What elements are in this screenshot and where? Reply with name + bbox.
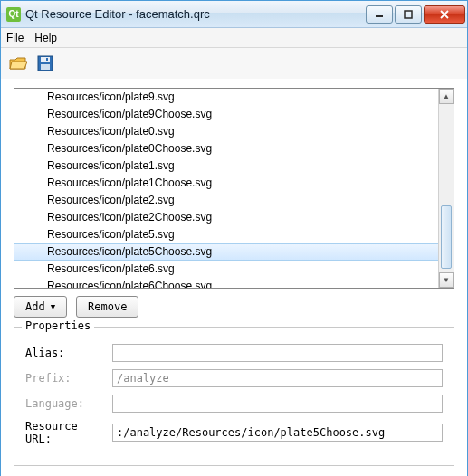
window-title: Qt Resource Editor - facematch.qrc bbox=[25, 7, 366, 21]
svg-rect-7 bbox=[46, 58, 48, 61]
list-item[interactable]: Resources/icon/plate6.svg bbox=[14, 261, 438, 278]
save-button[interactable] bbox=[33, 52, 57, 75]
add-button[interactable]: Add ▼ bbox=[14, 296, 67, 318]
close-button[interactable] bbox=[424, 5, 465, 24]
content-area: Resources/icon/plate9.svgResources/icon/… bbox=[1, 79, 467, 476]
list-item[interactable]: Resources/icon/plate2Choose.svg bbox=[14, 209, 438, 226]
app-icon: Qt bbox=[6, 7, 21, 22]
scroll-up-icon[interactable]: ▲ bbox=[439, 89, 454, 104]
scroll-down-icon[interactable]: ▼ bbox=[439, 272, 454, 288]
list-item[interactable]: Resources/icon/plate9.svg bbox=[14, 89, 438, 106]
list-item[interactable]: Resources/icon/plate5.svg bbox=[14, 226, 438, 243]
svg-rect-5 bbox=[41, 57, 50, 62]
properties-panel: Properties Alias: Prefix: Language: Reso… bbox=[14, 327, 454, 466]
maximize-button[interactable] bbox=[395, 5, 422, 24]
scroll-thumb[interactable] bbox=[441, 205, 452, 270]
chevron-down-icon: ▼ bbox=[51, 302, 55, 311]
toolbar bbox=[1, 48, 467, 79]
add-button-label: Add bbox=[25, 300, 45, 313]
minimize-button[interactable] bbox=[366, 5, 393, 24]
open-button[interactable] bbox=[6, 52, 30, 75]
alias-label: Alias: bbox=[25, 347, 105, 359]
list-item[interactable]: Resources/icon/plate2.svg bbox=[14, 192, 438, 209]
list-item[interactable]: Resources/icon/plate0Choose.svg bbox=[14, 140, 438, 157]
titlebar: Qt Qt Resource Editor - facematch.qrc bbox=[1, 1, 467, 28]
menubar: File Help bbox=[1, 28, 467, 48]
properties-legend: Properties bbox=[22, 319, 94, 332]
list-item[interactable]: Resources/icon/plate9Choose.svg bbox=[14, 106, 438, 123]
language-input bbox=[112, 395, 443, 413]
list-item[interactable]: Resources/icon/plate0.svg bbox=[14, 123, 438, 140]
language-label: Language: bbox=[25, 397, 105, 410]
prefix-label: Prefix: bbox=[25, 372, 105, 385]
app-window: Qt Qt Resource Editor - facematch.qrc Fi… bbox=[0, 0, 468, 476]
prefix-input bbox=[112, 369, 443, 387]
remove-button[interactable]: Remove bbox=[76, 296, 138, 318]
svg-rect-6 bbox=[41, 64, 50, 70]
alias-input[interactable] bbox=[112, 344, 443, 362]
scrollbar[interactable]: ▲ ▼ bbox=[438, 89, 454, 288]
list-item[interactable]: Resources/icon/plate1.svg bbox=[14, 157, 438, 175]
resource-url-label: Resource URL: bbox=[25, 420, 105, 445]
menu-file[interactable]: File bbox=[6, 32, 24, 44]
menu-help[interactable]: Help bbox=[34, 32, 57, 44]
folder-open-icon bbox=[8, 54, 28, 72]
resource-list[interactable]: Resources/icon/plate9.svgResources/icon/… bbox=[14, 88, 454, 289]
list-item[interactable]: Resources/icon/plate6Choose.svg bbox=[14, 278, 438, 289]
remove-button-label: Remove bbox=[88, 300, 127, 313]
floppy-disk-icon bbox=[36, 54, 54, 72]
list-item[interactable]: Resources/icon/plate1Choose.svg bbox=[14, 175, 438, 192]
list-item[interactable]: Resources/icon/plate5Choose.svg bbox=[14, 243, 438, 261]
resource-url-input[interactable] bbox=[112, 424, 443, 442]
svg-rect-1 bbox=[405, 11, 412, 18]
